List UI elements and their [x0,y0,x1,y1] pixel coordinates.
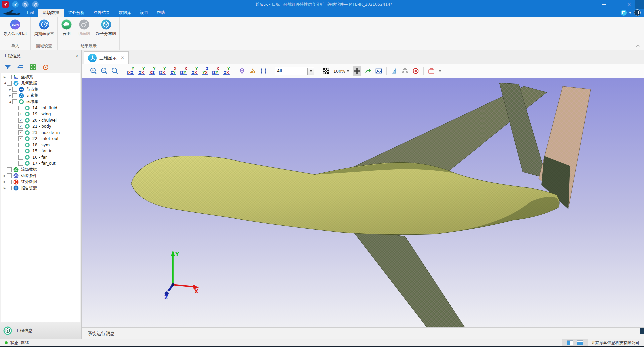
tree-checkbox[interactable] [18,161,23,166]
expander-icon[interactable]: ▶ [2,76,7,79]
tree-item[interactable]: ▶节点集 [1,86,80,93]
tree-item[interactable]: 18 - sym [1,142,80,148]
layout-horizontal-icon[interactable] [577,340,583,345]
menu-help[interactable]: 帮助 [153,9,169,17]
view-orientation-5-button[interactable]: XZY [169,66,177,76]
tree-item[interactable]: ▶红外数据 [1,179,80,185]
toolbar-export-box-button[interactable] [427,66,435,76]
ribbon-collapse-button[interactable] [637,44,640,48]
panel-tool-filter-icon[interactable] [4,64,11,71]
redo-button[interactable] [32,1,39,8]
toolbar-drag-handle[interactable] [85,68,86,74]
panel-bottom-tab[interactable]: 工程信息 [0,322,81,339]
zoom-level-dropdown[interactable]: 100% [333,69,350,74]
restore-button[interactable] [610,0,623,9]
combobox-dropdown-button[interactable] [307,68,314,75]
import-cas-dat-button[interactable]: cas导入Cas/Dat [2,18,28,37]
tree-checkbox[interactable]: ✓ [18,136,23,141]
tree-checkbox[interactable] [18,143,23,147]
minimize-button[interactable] [597,0,610,9]
view-orientation-9-button[interactable]: XZY [212,66,220,76]
tree-checkbox[interactable]: ✓ [18,118,23,123]
tree-item[interactable]: ✓22 - inlet_out [1,136,80,142]
viewport-3d[interactable]: Y X Z [82,78,644,328]
tree-checkbox[interactable] [7,186,12,190]
undo-button[interactable] [22,1,29,8]
aircraft-model-3d[interactable]: Y X Z [82,78,644,328]
toolbar-grid-button[interactable] [353,66,361,76]
toolbar-share-arrow-button[interactable] [364,66,372,76]
display-filter-combobox[interactable]: All [275,67,314,75]
tree-checkbox[interactable] [7,167,12,172]
tree-checkbox[interactable] [7,180,12,184]
toolbar-mirror-button[interactable] [390,66,398,76]
view-orientation-4-button[interactable]: YZX [159,66,166,76]
style-switcher-icon[interactable] [621,10,627,16]
toolbar-zoom-fit-button[interactable] [111,66,119,76]
tree-item[interactable]: ✓20 - chuiwei [1,117,80,124]
tree-checkbox[interactable] [7,75,12,79]
toolbar-cancel-button[interactable] [412,66,420,76]
view-orientation-8-button[interactable]: ZYX [201,66,209,76]
tab-3d-view[interactable]: 三维显示 ✕ [84,51,129,64]
menu-settings[interactable]: 设置 [136,9,153,17]
view-orientation-3-button[interactable]: YXZ [148,66,156,76]
tree-item[interactable]: ▶Yzx坐标系 [1,74,80,80]
view-orientation-1-button[interactable]: YXZ [127,66,135,76]
tree-item[interactable]: 流场数据 [1,167,80,173]
tree-item[interactable]: 15 - far_in [1,148,80,154]
about-icon[interactable] [634,9,641,16]
panel-tool-grid-icon[interactable] [29,64,37,71]
save-button[interactable] [12,1,19,8]
tree-item[interactable]: ▶报告资源 [1,185,80,191]
toolbar-light-button[interactable] [238,66,246,76]
menu-ir-analysis[interactable]: 红外分析 [64,9,89,17]
expander-icon[interactable]: ▶ [2,180,7,183]
tree-item[interactable]: ✓19 - wing [1,111,80,117]
tree-item[interactable]: ◢面域集 [1,99,80,105]
toolbar-snapshot-button[interactable] [375,66,383,76]
menu-project[interactable]: 工程 [21,9,38,17]
panel-tool-list-icon[interactable] [17,64,24,71]
toolbar-zoom-out-button[interactable]: − [100,66,108,76]
app-logo-button[interactable] [2,1,9,8]
export-options-caret-icon[interactable] [439,70,441,72]
tab-close-icon[interactable]: ✕ [121,55,124,60]
tree-checkbox[interactable] [12,93,17,98]
tree-checkbox[interactable] [18,149,23,153]
layout-vertical-icon[interactable] [567,340,573,345]
view-orientation-6-button[interactable]: XZY [180,66,188,76]
tree-checkbox[interactable]: ✓ [18,130,23,135]
tree-checkbox[interactable] [12,99,17,104]
toolbar-molecule-button[interactable] [249,66,257,76]
toolbar-surface-button[interactable] [401,66,409,76]
tree-item[interactable]: ▶边界条件 [1,173,80,179]
expander-icon[interactable]: ▶ [8,94,12,97]
menu-flow-data[interactable]: 流场数据 [38,9,64,17]
expander-icon[interactable]: ◢ [2,82,7,85]
expander-icon[interactable]: ◢ [8,100,12,103]
tree-item[interactable]: 16 - far [1,154,80,161]
toolbar-checker-button[interactable] [322,66,330,76]
tree-checkbox[interactable]: ✓ [18,112,23,116]
tree-checkbox[interactable]: ✓ [18,124,23,129]
menu-ir-results[interactable]: 红外结果 [89,9,114,17]
tree-item[interactable]: 14 - int_fluid [1,105,80,111]
tree-item[interactable]: ◢几何数据 [1,80,80,87]
panel-collapse-arrow[interactable]: ‹ [76,54,78,58]
tree-checkbox[interactable] [18,106,23,110]
periodic-surface-button[interactable]: 周期面设置 [33,18,55,37]
tree-item[interactable]: 17 - far_out [1,160,80,167]
view-orientation-2-button[interactable]: YZX [137,66,145,76]
view-orientation-7-button[interactable]: YZX [190,66,198,76]
expander-icon[interactable]: ▶ [8,88,12,91]
toolbar-zoom-in-button[interactable]: + [90,66,98,76]
expander-icon[interactable]: ▶ [2,187,7,190]
particle-distribution-button[interactable]: 粒子分布图 [95,18,117,37]
panel-tool-target-icon[interactable] [42,64,49,71]
tree-item[interactable]: ✓23 - nozzle_in [1,130,80,136]
toolbar-select-region-button[interactable] [259,66,267,76]
tree-checkbox[interactable] [18,155,23,160]
tree-item[interactable]: ▶元素集 [1,93,80,99]
cloud-map-button[interactable]: 云图 [60,18,73,37]
